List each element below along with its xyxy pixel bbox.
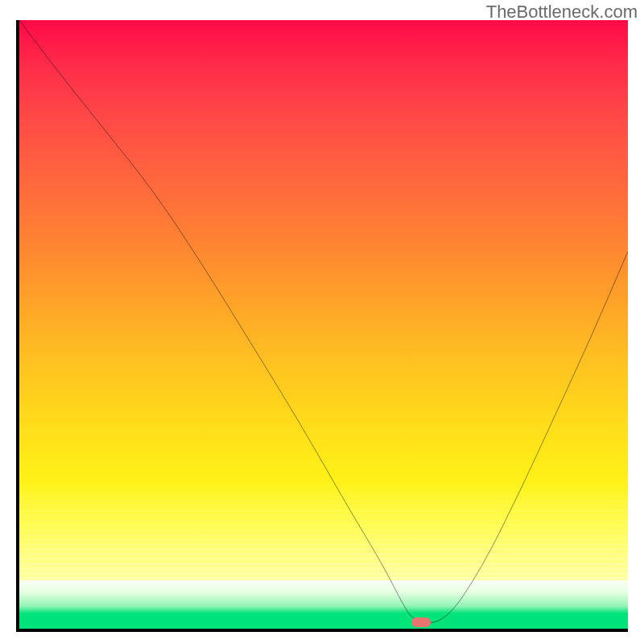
plot-frame <box>16 20 628 632</box>
watermark-text: TheBottleneck.com <box>486 2 638 23</box>
chart-container: TheBottleneck.com <box>0 0 644 644</box>
curve-layer <box>19 20 628 629</box>
bottleneck-curve <box>19 20 628 622</box>
optimal-marker <box>411 617 431 627</box>
